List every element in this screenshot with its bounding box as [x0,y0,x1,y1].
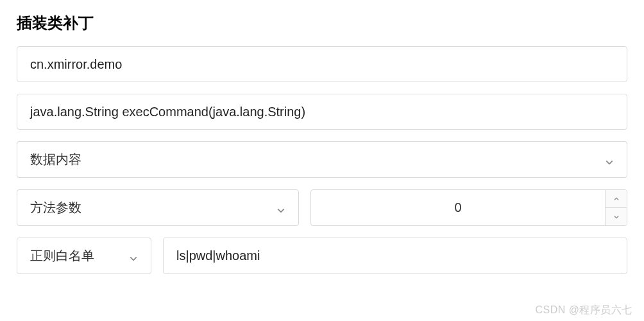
method-param-label: 方法参数 [30,199,81,216]
data-content-select[interactable]: 数据内容 [17,141,627,178]
regex-pattern-value: ls|pwd|whoami [176,248,260,263]
method-signature-value: java.lang.String execCommand(java.lang.S… [30,105,305,119]
regex-pattern-input[interactable]: ls|pwd|whoami [163,238,627,274]
page-title: 插装类补丁 [17,13,627,33]
class-name-input[interactable]: cn.xmirror.demo [17,46,627,82]
method-signature-input[interactable]: java.lang.String execCommand(java.lang.S… [17,94,627,130]
class-name-value: cn.xmirror.demo [30,57,122,72]
method-param-select[interactable]: 方法参数 [17,189,299,226]
data-content-label: 数据内容 [30,151,81,168]
stepper-up-button[interactable] [606,190,627,208]
stepper-down-button[interactable] [606,208,627,225]
regex-whitelist-label: 正则白名单 [30,247,94,265]
chevron-down-icon [129,252,138,261]
chevron-down-icon [276,204,285,213]
param-index-stepper[interactable]: 0 [310,189,627,226]
regex-whitelist-select[interactable]: 正则白名单 [17,238,151,274]
chevron-down-icon [605,155,614,164]
param-index-value: 0 [311,190,605,225]
